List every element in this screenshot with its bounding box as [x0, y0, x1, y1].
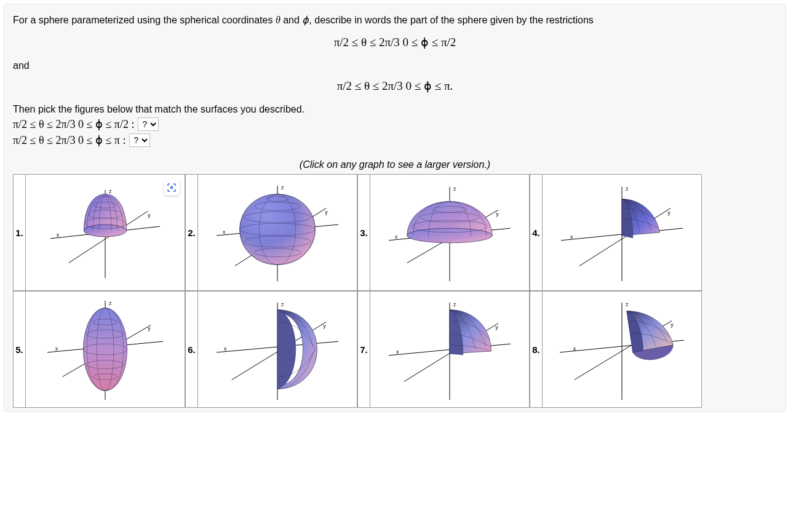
sphere-plot-2: x y z [198, 175, 357, 290]
svg-text:z: z [281, 301, 284, 308]
figure-5-number: 5. [13, 291, 25, 408]
figure-6-graph[interactable]: x y z [197, 291, 357, 408]
figure-1-graph[interactable]: x y z [25, 174, 185, 291]
svg-text:y: y [495, 324, 498, 330]
svg-text:z: z [453, 186, 456, 192]
selector-line-2: π/2 ≤ θ ≤ 2π/3 0 ≤ ϕ ≤ π : ? [13, 133, 777, 147]
svg-text:y: y [496, 211, 499, 217]
svg-text:y: y [667, 210, 671, 216]
svg-point-46 [83, 308, 127, 391]
svg-text:z: z [626, 186, 629, 192]
figure-6-number: 6. [185, 291, 197, 408]
selector-line-1: π/2 ≤ θ ≤ 2π/3 0 ≤ ϕ ≤ π/2 : ? [13, 117, 777, 131]
svg-text:z: z [281, 185, 284, 191]
svg-text:y: y [323, 323, 326, 329]
intro-post: , describe in words the part of the sphe… [309, 15, 593, 25]
question-panel: For a sphere parameterized using the sph… [4, 4, 786, 412]
figure-2-number: 2. [185, 174, 197, 291]
intro-pre: For a sphere parameterized using the sph… [13, 15, 276, 25]
svg-text:x: x [396, 349, 399, 355]
sphere-plot-7: x y z [370, 292, 529, 407]
figure-1-number: 1. [13, 174, 25, 291]
sphere-plot-1: x y z [26, 175, 185, 290]
svg-text:x: x [57, 232, 60, 238]
svg-text:x: x [570, 234, 573, 240]
prompt-text: For a sphere parameterized using the sph… [13, 13, 777, 28]
selector-1-label: π/2 ≤ θ ≤ 2π/3 0 ≤ ϕ ≤ π/2 : [13, 117, 134, 131]
graphs-caption: (Click on any graph to see a larger vers… [13, 159, 777, 170]
svg-text:y: y [671, 322, 674, 328]
svg-text:y: y [325, 209, 328, 215]
svg-text:x: x [223, 229, 226, 235]
svg-text:x: x [55, 346, 58, 352]
selector-1-dropdown[interactable]: ? [138, 117, 159, 131]
sphere-plot-5: x y z [26, 292, 185, 407]
figure-3-number: 3. [357, 174, 370, 291]
figure-3-graph[interactable]: x y z [370, 174, 530, 291]
sphere-plot-6: x y z [198, 292, 357, 407]
equation-1: π/2 ≤ θ ≤ 2π/3 0 ≤ ϕ ≤ π/2 [13, 35, 777, 49]
focus-icon[interactable] [164, 180, 180, 196]
svg-text:y: y [148, 212, 151, 218]
sphere-plot-3: x y z [370, 175, 529, 290]
svg-text:x: x [395, 234, 398, 240]
svg-text:z: z [109, 300, 112, 306]
phi-symbol: ϕ [302, 15, 309, 25]
figure-7-number: 7. [357, 291, 370, 408]
and-word: and [13, 60, 777, 71]
intro-mid: and [281, 15, 303, 25]
selector-2-label: π/2 ≤ θ ≤ 2π/3 0 ≤ ϕ ≤ π : [13, 133, 125, 147]
figure-4-number: 4. [530, 174, 542, 291]
svg-text:x: x [573, 346, 576, 352]
figure-5-graph[interactable]: x y z [25, 291, 185, 408]
svg-point-30 [407, 228, 493, 243]
figures-grid: 1. x y z [13, 174, 777, 408]
svg-point-17 [240, 194, 316, 265]
figure-8-number: 8. [530, 291, 542, 408]
svg-point-0 [170, 186, 172, 188]
svg-text:z: z [109, 188, 112, 194]
sphere-plot-4: x y z [543, 175, 701, 290]
figure-4-graph[interactable]: x y z [542, 174, 702, 291]
svg-text:y: y [148, 325, 151, 332]
equation-2: π/2 ≤ θ ≤ 2π/3 0 ≤ ϕ ≤ π. [13, 79, 777, 93]
svg-point-7 [84, 224, 126, 237]
svg-text:z: z [453, 301, 456, 308]
selector-2-dropdown[interactable]: ? [129, 133, 150, 147]
then-pick: Then pick the figures below that match t… [13, 104, 777, 115]
svg-text:x: x [224, 346, 227, 352]
theta-symbol: θ [276, 15, 281, 25]
svg-text:z: z [626, 301, 629, 308]
figure-8-graph[interactable]: x y z [542, 291, 702, 408]
figure-7-graph[interactable]: x y z [370, 291, 530, 408]
sphere-plot-8: x y z [543, 292, 701, 407]
figure-2-graph[interactable]: x y z [197, 174, 357, 291]
